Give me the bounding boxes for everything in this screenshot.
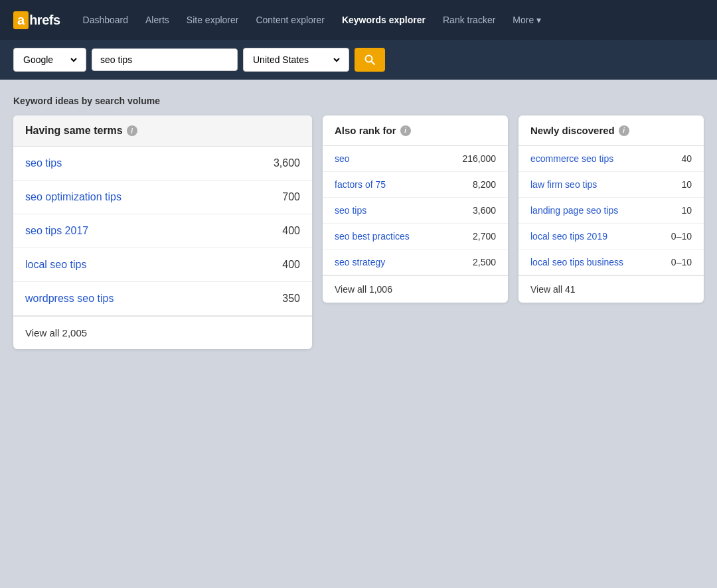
engine-select-wrapper[interactable]: Google Bing YouTube	[13, 48, 86, 72]
main-content: Keyword ideas by search volume Having sa…	[0, 80, 717, 588]
new-keyword-volume-2: 10	[681, 179, 692, 190]
right-keyword-row: seo best practices 2,700	[323, 224, 508, 250]
nav-alerts[interactable]: Alerts	[139, 9, 176, 31]
same-terms-card: Having same terms i seo tips 3,600 seo o…	[13, 115, 312, 349]
nav-site-explorer[interactable]: Site explorer	[180, 9, 246, 31]
cards-row: Having same terms i seo tips 3,600 seo o…	[13, 115, 704, 349]
right-keyword-row: seo tips 3,600	[323, 198, 508, 224]
right-keyword-link-1[interactable]: seo	[335, 153, 350, 164]
logo-text: hrefs	[29, 13, 60, 28]
search-input[interactable]	[92, 48, 238, 71]
logo-a: a	[13, 11, 29, 29]
keyword-volume-4: 400	[282, 259, 300, 271]
newly-discovered-info-icon[interactable]: i	[619, 125, 629, 136]
right-keyword-link-2[interactable]: factors of 75	[335, 179, 386, 190]
svg-line-1	[372, 62, 375, 65]
keyword-link-1[interactable]: seo tips	[25, 157, 62, 169]
new-keyword-volume-1: 40	[681, 153, 692, 164]
section-title: Keyword ideas by search volume	[13, 96, 704, 106]
also-rank-view-all[interactable]: View all 1,006	[323, 275, 508, 303]
keyword-row: seo tips 2017 400	[13, 214, 312, 248]
keyword-volume-5: 350	[282, 293, 300, 305]
keyword-row: seo tips 3,600	[13, 147, 312, 181]
right-keyword-link-4[interactable]: seo best practices	[335, 231, 410, 242]
nav-rank-tracker[interactable]: Rank tracker	[436, 9, 502, 31]
right-keyword-row: law firm seo tips 10	[518, 172, 704, 198]
newly-discovered-view-all[interactable]: View all 41	[518, 275, 704, 303]
also-rank-for-title: Also rank for	[335, 125, 396, 136]
right-keyword-volume-5: 2,500	[473, 257, 496, 267]
right-keyword-link-5[interactable]: seo strategy	[335, 257, 385, 267]
nav-dashboard[interactable]: Dashboard	[76, 9, 135, 31]
right-keyword-volume-4: 2,700	[473, 231, 496, 242]
nav-more[interactable]: More ▾	[506, 9, 548, 31]
right-cards-row: Also rank for i seo 216,000 factors of 7…	[323, 115, 704, 303]
country-select[interactable]: United States United Kingdom Canada Aust…	[250, 54, 342, 66]
right-keyword-volume-3: 3,600	[473, 205, 496, 216]
also-rank-info-icon[interactable]: i	[400, 125, 411, 136]
right-keyword-volume-2: 8,200	[473, 179, 496, 190]
new-keyword-volume-4: 0–10	[671, 231, 692, 242]
keyword-link-4[interactable]: local seo tips	[25, 259, 87, 271]
right-keyword-row: seo 216,000	[323, 146, 508, 172]
keyword-row: seo optimization tips 700	[13, 181, 312, 214]
right-keyword-row: factors of 75 8,200	[323, 172, 508, 198]
country-select-wrapper[interactable]: United States United Kingdom Canada Aust…	[243, 48, 349, 72]
same-terms-title: Having same terms	[25, 125, 123, 137]
new-keyword-link-5[interactable]: local seo tips business	[530, 257, 623, 267]
right-keyword-row: ecommerce seo tips 40	[518, 146, 704, 172]
keyword-row: local seo tips 400	[13, 248, 312, 282]
new-keyword-link-4[interactable]: local seo tips 2019	[530, 231, 607, 242]
logo[interactable]: a hrefs	[13, 11, 60, 29]
keyword-volume-3: 400	[282, 225, 300, 237]
same-terms-card-header: Having same terms i	[13, 115, 312, 147]
search-bar: Google Bing YouTube United States United…	[0, 40, 717, 80]
keyword-link-2[interactable]: seo optimization tips	[25, 191, 121, 203]
same-terms-info-icon[interactable]: i	[127, 125, 137, 136]
keyword-volume-2: 700	[282, 191, 300, 203]
navbar: a hrefs Dashboard Alerts Site explorer C…	[0, 0, 717, 40]
new-keyword-volume-5: 0–10	[671, 257, 692, 267]
nav-keywords-explorer[interactable]: Keywords explorer	[335, 9, 432, 31]
also-rank-for-card: Also rank for i seo 216,000 factors of 7…	[323, 115, 508, 303]
keyword-volume-1: 3,600	[274, 157, 300, 169]
also-rank-for-header: Also rank for i	[323, 115, 508, 146]
right-keyword-row: local seo tips 2019 0–10	[518, 224, 704, 250]
keyword-link-3[interactable]: seo tips 2017	[25, 225, 88, 237]
right-keyword-link-3[interactable]: seo tips	[335, 205, 366, 216]
keyword-row: wordpress seo tips 350	[13, 282, 312, 316]
new-keyword-link-3[interactable]: landing page seo tips	[530, 205, 618, 216]
new-keyword-link-1[interactable]: ecommerce seo tips	[530, 153, 613, 164]
nav-content-explorer[interactable]: Content explorer	[249, 9, 331, 31]
engine-select[interactable]: Google Bing YouTube	[21, 54, 79, 66]
newly-discovered-title: Newly discovered	[530, 125, 615, 136]
keyword-link-5[interactable]: wordpress seo tips	[25, 293, 114, 305]
new-keyword-volume-3: 10	[681, 205, 692, 216]
newly-discovered-header: Newly discovered i	[518, 115, 704, 146]
search-icon	[364, 54, 376, 66]
right-keyword-row: local seo tips business 0–10	[518, 250, 704, 275]
search-button[interactable]	[355, 48, 385, 72]
right-keyword-row: seo strategy 2,500	[323, 250, 508, 275]
new-keyword-link-2[interactable]: law firm seo tips	[530, 179, 597, 190]
right-keyword-volume-1: 216,000	[462, 153, 496, 164]
left-view-all[interactable]: View all 2,005	[13, 316, 312, 349]
newly-discovered-card: Newly discovered i ecommerce seo tips 40…	[518, 115, 704, 303]
right-keyword-row: landing page seo tips 10	[518, 198, 704, 224]
